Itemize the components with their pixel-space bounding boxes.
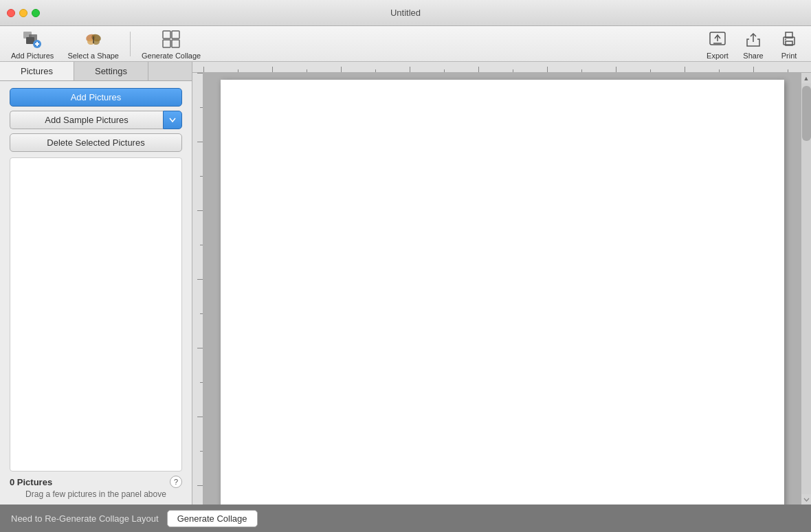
ruler-horizontal: // We'll render ruler ticks inline after… — [192, 62, 811, 73]
delete-selected-pictures-button[interactable]: Delete Selected Pictures — [10, 133, 182, 152]
scrollbar-vertical[interactable]: ▲ — [801, 73, 811, 505]
scroll-down-arrow[interactable] — [801, 494, 812, 505]
canvas-page — [221, 80, 784, 505]
traffic-lights — [7, 9, 40, 17]
svg-point-21 — [785, 38, 786, 40]
scroll-up-arrow[interactable]: ▲ — [801, 73, 812, 83]
window-title: Untitled — [390, 8, 421, 18]
chevron-down-icon — [169, 118, 176, 122]
maximize-button[interactable] — [32, 9, 40, 17]
share-toolbar-label: Share — [743, 52, 763, 60]
drag-hint: Drag a few pictures in the panel above — [0, 488, 192, 505]
minimize-button[interactable] — [19, 9, 27, 17]
add-sample-dropdown-button[interactable] — [163, 111, 182, 129]
add-pictures-icon — [21, 28, 43, 50]
bottombar: Need to Re-Generate Collage Layout Gener… — [0, 505, 811, 532]
svg-rect-13 — [163, 40, 170, 47]
add-pictures-toolbar-btn[interactable]: Add Pictures — [5, 28, 59, 60]
generate-collage-toolbar-btn[interactable]: Generate Collage — [136, 28, 206, 60]
add-sample-row: Add Sample Pictures — [10, 111, 182, 129]
add-sample-pictures-button[interactable]: Add Sample Pictures — [10, 111, 163, 129]
toolbar-separator — [130, 32, 131, 56]
help-button[interactable]: ? — [170, 476, 182, 488]
share-toolbar-btn[interactable]: Share — [737, 28, 770, 60]
bottombar-message: Need to Re-Generate Collage Layout — [11, 513, 159, 524]
generate-collage-toolbar-label: Generate Collage — [142, 52, 201, 60]
generate-collage-icon — [160, 28, 182, 50]
print-toolbar-btn[interactable]: Print — [773, 28, 806, 60]
toolbar-right: Export Share Print — [701, 28, 806, 60]
svg-rect-12 — [172, 31, 179, 38]
scroll-expand-icon — [803, 496, 810, 502]
canvas-area: // We'll render ruler ticks inline after… — [192, 62, 811, 505]
toolbar: Add Pictures Select a Shape Generate — [0, 26, 811, 62]
select-shape-icon — [82, 28, 104, 50]
sidebar-buttons: Add Pictures Add Sample Pictures Delete … — [0, 81, 192, 157]
titlebar: Untitled — [0, 0, 811, 26]
tab-bar: Pictures Settings — [0, 62, 192, 81]
tab-settings[interactable]: Settings — [74, 62, 148, 80]
export-icon — [707, 28, 729, 50]
share-icon — [742, 28, 764, 50]
select-shape-toolbar-btn[interactable]: Select a Shape — [62, 28, 124, 60]
print-toolbar-label: Print — [781, 52, 797, 60]
pictures-count: 0 Pictures — [10, 477, 52, 487]
print-icon — [778, 28, 800, 50]
canvas-with-ruler: ▲ — [192, 73, 811, 505]
add-pictures-button[interactable]: Add Pictures — [10, 88, 182, 107]
scroll-track[interactable] — [801, 83, 811, 494]
svg-rect-14 — [172, 40, 179, 47]
ruler-vertical — [192, 73, 203, 505]
svg-rect-11 — [163, 31, 170, 38]
tab-pictures[interactable]: Pictures — [0, 62, 74, 80]
select-shape-toolbar-label: Select a Shape — [67, 52, 119, 60]
pictures-count-row: 0 Pictures ? — [0, 472, 192, 488]
export-toolbar-label: Export — [707, 52, 729, 60]
close-button[interactable] — [7, 9, 15, 17]
canvas-container[interactable] — [203, 73, 801, 505]
scroll-thumb[interactable] — [802, 86, 811, 141]
main-content: Pictures Settings Add Pictures Add Sampl… — [0, 62, 811, 505]
generate-collage-bottom-button[interactable]: Generate Collage — [167, 510, 258, 527]
export-toolbar-btn[interactable]: Export — [701, 28, 734, 60]
add-pictures-toolbar-label: Add Pictures — [11, 52, 54, 60]
picture-panel — [10, 157, 182, 472]
sidebar: Pictures Settings Add Pictures Add Sampl… — [0, 62, 192, 505]
